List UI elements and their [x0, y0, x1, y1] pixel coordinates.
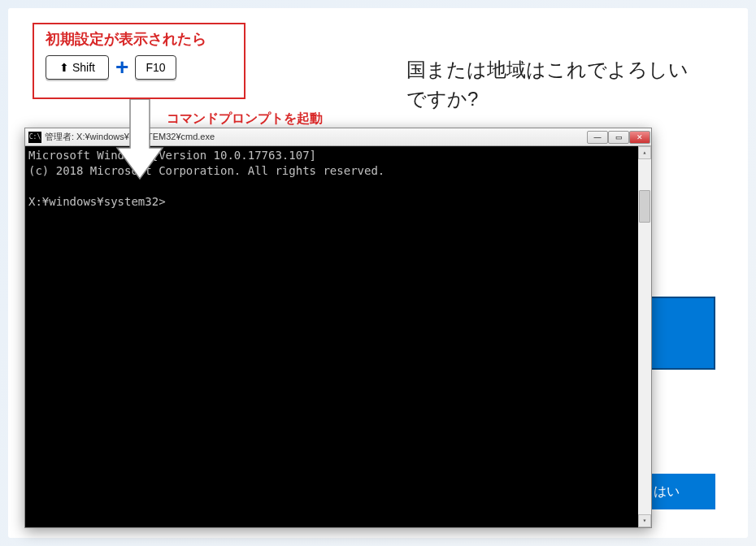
annotation-callout: 初期設定が表示されたら ⬆ Shift + F10 — [33, 23, 245, 99]
key-combo: ⬆ Shift + F10 — [34, 52, 244, 83]
minimize-button[interactable]: — — [587, 131, 608, 144]
annotation-title: 初期設定が表示されたら — [34, 24, 244, 52]
cmd-icon: C:\ — [28, 132, 41, 143]
oobe-region-question: 国または地域はこれでよろしいですか? — [406, 55, 707, 114]
cmd-prompt-line: X:¥windows¥system32> — [28, 195, 166, 208]
command-prompt-window: C:\ 管理者: X:¥windows¥SYSTEM32¥cmd.exe — ▭… — [24, 128, 652, 528]
cmd-copyright-line: (c) 2018 Microsoft Corporation. All righ… — [28, 164, 385, 177]
cmd-scrollbar[interactable]: ▴ ▾ — [638, 146, 651, 527]
window-controls: — ▭ ✕ — [587, 131, 650, 144]
f10-key-label: F10 — [146, 61, 165, 74]
arrow-down-icon — [115, 99, 164, 180]
maximize-button[interactable]: ▭ — [608, 131, 629, 144]
plus-icon: + — [115, 56, 128, 79]
annotation-subtitle: コマンドプロンプトを起動 — [167, 110, 323, 128]
cmd-version-line: Microsoft Windows [Version 10.0.17763.10… — [28, 149, 316, 162]
shift-key-label: Shift — [72, 61, 95, 74]
scrollbar-thumb[interactable] — [639, 190, 650, 223]
cmd-output-area[interactable]: Microsoft Windows [Version 10.0.17763.10… — [25, 146, 651, 527]
scrollbar-down-button[interactable]: ▾ — [638, 514, 651, 527]
shift-arrow-icon: ⬆ — [59, 61, 69, 74]
close-button[interactable]: ✕ — [629, 131, 650, 144]
oobe-background: 国または地域はこれでよろしいですか? はい 初期設定が表示されたら ⬆ Shif… — [8, 8, 748, 538]
scrollbar-up-button[interactable]: ▴ — [638, 146, 651, 159]
scrollbar-track[interactable] — [638, 159, 651, 514]
f10-key: F10 — [135, 55, 176, 80]
shift-key: ⬆ Shift — [46, 55, 109, 80]
oobe-yes-label: はい — [654, 483, 680, 500]
